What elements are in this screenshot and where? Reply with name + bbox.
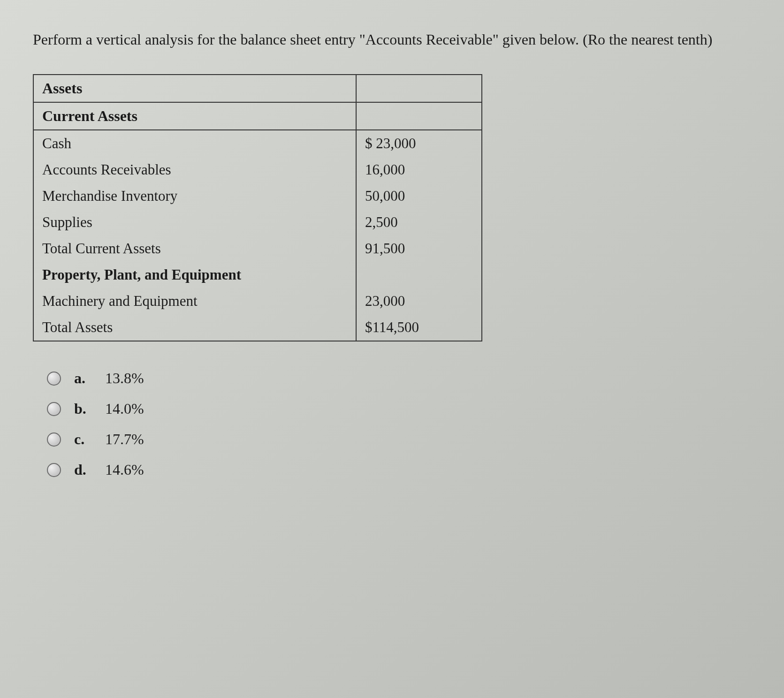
radio-icon[interactable] [47, 402, 61, 416]
row-value-total-current: 91,500 [356, 235, 482, 262]
row-value-cash: $ 23,000 [356, 130, 482, 157]
question-text: Perform a vertical analysis for the bala… [33, 28, 751, 51]
radio-icon[interactable] [47, 372, 61, 386]
row-value-inventory: 50,000 [356, 183, 482, 209]
section-current-blank [356, 102, 482, 130]
option-letter: a. [74, 370, 92, 387]
option-text: 17.7% [105, 431, 144, 448]
table-header-assets: Assets [33, 75, 356, 102]
option-letter: d. [74, 461, 92, 478]
option-text: 14.6% [105, 461, 144, 478]
row-label-total-assets: Total Assets [33, 314, 356, 341]
row-value-supplies: 2,500 [356, 209, 482, 235]
row-label-total-current: Total Current Assets [33, 235, 356, 262]
balance-sheet-table: Assets Current Assets Cash $ 23,000 Acco… [33, 74, 482, 341]
row-label-ar: Accounts Receivables [33, 157, 356, 183]
option-b[interactable]: b. 14.0% [47, 400, 751, 417]
options-group: a. 13.8% b. 14.0% c. 17.7% d. 14.6% [47, 370, 751, 478]
section-ppe: Property, Plant, and Equipment [33, 262, 356, 288]
radio-icon[interactable] [47, 432, 61, 447]
section-ppe-blank [356, 262, 482, 288]
row-label-supplies: Supplies [33, 209, 356, 235]
row-value-total-assets: $114,500 [356, 314, 482, 341]
row-value-ar: 16,000 [356, 157, 482, 183]
row-label-cash: Cash [33, 130, 356, 157]
option-text: 14.0% [105, 400, 144, 417]
section-current-assets: Current Assets [33, 102, 356, 130]
option-text: 13.8% [105, 370, 144, 387]
table-header-blank [356, 75, 482, 102]
option-letter: b. [74, 400, 92, 417]
row-label-inventory: Merchandise Inventory [33, 183, 356, 209]
row-label-machinery: Machinery and Equipment [33, 288, 356, 314]
option-d[interactable]: d. 14.6% [47, 461, 751, 478]
option-letter: c. [74, 431, 92, 448]
radio-icon[interactable] [47, 463, 61, 477]
option-a[interactable]: a. 13.8% [47, 370, 751, 387]
option-c[interactable]: c. 17.7% [47, 431, 751, 448]
row-value-machinery: 23,000 [356, 288, 482, 314]
